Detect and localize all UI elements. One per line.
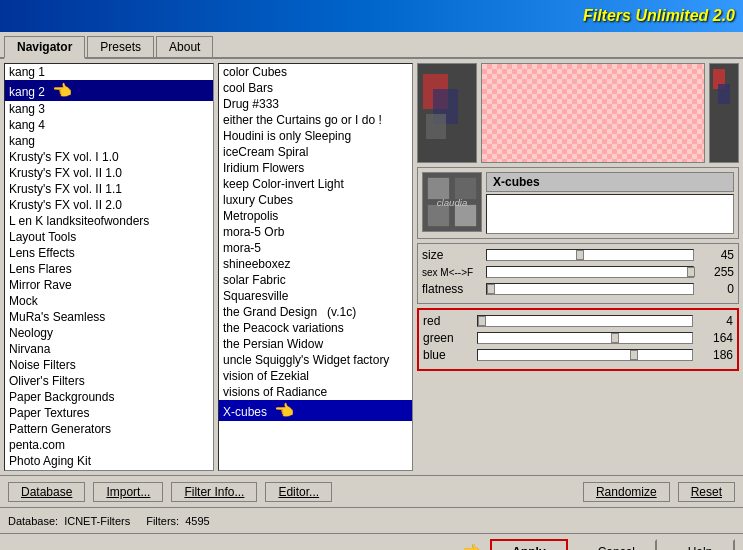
reset-button[interactable]: Reset — [678, 482, 735, 502]
list-item[interactable]: Pattern Generators — [5, 421, 213, 437]
preview-checkerboard — [481, 63, 705, 163]
list-item[interactable]: L en K landksiteofwonders — [5, 213, 213, 229]
list-item[interactable]: color Cubes — [219, 64, 412, 80]
status-filters-value: 4595 — [185, 515, 209, 527]
import-button[interactable]: Import... — [93, 482, 163, 502]
slider-label-size: size — [422, 248, 482, 262]
list-item[interactable]: kang — [5, 133, 213, 149]
list-item[interactable]: Lens Effects — [5, 245, 213, 261]
list-item[interactable]: uncle Squiggly's Widget factory — [219, 352, 412, 368]
slider-track-flatness[interactable] — [486, 283, 694, 295]
list-item[interactable]: Krusty's FX vol. II 2.0 — [5, 197, 213, 213]
color-label-green: green — [423, 331, 473, 345]
list-item[interactable]: mora-5 Orb — [219, 224, 412, 240]
slider-thumb-size[interactable] — [576, 250, 584, 260]
apply-button[interactable]: Apply — [490, 539, 567, 551]
list-item[interactable]: kang 4 — [5, 117, 213, 133]
color-slider-red[interactable] — [477, 315, 693, 327]
list-item[interactable]: visions of Radiance — [219, 384, 412, 400]
cancel-button[interactable]: Cancel — [576, 539, 657, 551]
list-item[interactable]: either the Curtains go or I do ! — [219, 112, 412, 128]
list-item[interactable]: Krusty's FX vol. I 1.0 — [5, 149, 213, 165]
list-item[interactable]: kang 3 — [5, 101, 213, 117]
list-item[interactable]: iceCream Spiral — [219, 144, 412, 160]
list-item[interactable]: mora-5 — [219, 240, 412, 256]
app-title: Filters Unlimited 2.0 — [583, 7, 735, 25]
list-item[interactable]: Mock — [5, 293, 213, 309]
svg-rect-3 — [426, 114, 446, 139]
list-item[interactable]: luxury Cubes — [219, 192, 412, 208]
list-item[interactable]: kang 1 — [5, 64, 213, 80]
color-slider-blue[interactable] — [477, 349, 693, 361]
tab-navigator[interactable]: Navigator — [4, 36, 85, 59]
randomize-button[interactable]: Randomize — [583, 482, 670, 502]
list-item[interactable]: penta.com — [5, 437, 213, 453]
color-label-blue: blue — [423, 348, 473, 362]
svg-rect-10 — [428, 205, 449, 226]
list-item[interactable]: Houdini is only Sleeping — [219, 128, 412, 144]
filter-description — [486, 194, 734, 234]
status-bar: Database: ICNET-Filters Filters: 4595 — [0, 507, 743, 533]
preview-area — [417, 63, 739, 163]
editor-button[interactable]: Editor... — [265, 482, 332, 502]
list-item[interactable]: cool Bars — [219, 80, 412, 96]
list-item-xcubes[interactable]: X-cubes 👈 — [219, 400, 412, 421]
list-item[interactable]: Metropolis — [219, 208, 412, 224]
list-item[interactable]: the Persian Widow — [219, 336, 412, 352]
main-content: kang 1 kang 2 👈 kang 3 kang 4 kang Krust… — [0, 59, 743, 475]
color-thumb-red[interactable] — [478, 316, 486, 326]
list-item[interactable]: Layout Tools — [5, 229, 213, 245]
tab-presets[interactable]: Presets — [87, 36, 154, 57]
preview-left — [417, 63, 477, 163]
filter-info-button[interactable]: Filter Info... — [171, 482, 257, 502]
list-item[interactable]: Neology — [5, 325, 213, 341]
list-item[interactable]: Paper Textures — [5, 405, 213, 421]
list-item[interactable]: the Peacock variations — [219, 320, 412, 336]
color-thumb-blue[interactable] — [630, 350, 638, 360]
list-item[interactable]: Nirvana — [5, 341, 213, 357]
slider-track-size[interactable] — [486, 249, 694, 261]
color-slider-green[interactable] — [477, 332, 693, 344]
database-button[interactable]: Database — [8, 482, 85, 502]
list-item[interactable]: Noise Filters — [5, 357, 213, 373]
list-item[interactable]: MuRa's Seamless — [5, 309, 213, 325]
svg-text:claudia: claudia — [437, 197, 468, 208]
svg-rect-6 — [718, 84, 730, 104]
color-label-red: red — [423, 314, 473, 328]
color-row-red: red 4 — [423, 314, 733, 328]
hand-icon: 👈 — [274, 401, 294, 420]
list-item[interactable]: Lens Flares — [5, 261, 213, 277]
list-item[interactable]: shineeboxez — [219, 256, 412, 272]
list-item[interactable]: Iridium Flowers — [219, 160, 412, 176]
list-item[interactable]: Photo Aging Kit — [5, 453, 213, 469]
middle-panel-list[interactable]: color Cubes cool Bars Drug #333 either t… — [218, 63, 413, 471]
left-panel-list[interactable]: kang 1 kang 2 👈 kang 3 kang 4 kang Krust… — [4, 63, 214, 471]
status-database-value: ICNET-Filters — [64, 515, 130, 527]
color-thumb-green[interactable] — [611, 333, 619, 343]
hand-pointer-icon: 👈 — [462, 542, 482, 550]
status-filters: Filters: 4595 — [146, 515, 209, 527]
slider-track-sex[interactable] — [486, 266, 694, 278]
list-item[interactable]: Paper Backgrounds — [5, 389, 213, 405]
list-item[interactable]: the Grand Design (v.1c) — [219, 304, 412, 320]
tab-about[interactable]: About — [156, 36, 213, 57]
slider-thumb-flatness[interactable] — [487, 284, 495, 294]
list-item[interactable]: Drug #333 — [219, 96, 412, 112]
list-item[interactable]: solar Fabric — [219, 272, 412, 288]
status-filters-label: Filters: — [146, 515, 179, 527]
list-item[interactable]: Squaresville — [219, 288, 412, 304]
bottom-toolbar: Database Import... Filter Info... Editor… — [0, 475, 743, 507]
status-database: Database: ICNET-Filters — [8, 515, 130, 527]
list-item[interactable]: keep Color-invert Light — [219, 176, 412, 192]
list-item[interactable]: Oliver's Filters — [5, 373, 213, 389]
slider-label-flatness: flatness — [422, 282, 482, 296]
tabs-bar: Navigator Presets About — [0, 32, 743, 59]
list-item[interactable]: Krusty's FX vol. II 1.1 — [5, 181, 213, 197]
slider-thumb-sex[interactable] — [687, 267, 695, 277]
list-item[interactable]: vision of Ezekial — [219, 368, 412, 384]
svg-rect-11 — [455, 205, 476, 226]
help-button[interactable]: Help — [665, 539, 735, 551]
list-item[interactable]: kang 2 👈 — [5, 80, 213, 101]
list-item[interactable]: Mirror Rave — [5, 277, 213, 293]
list-item[interactable]: Krusty's FX vol. II 1.0 — [5, 165, 213, 181]
